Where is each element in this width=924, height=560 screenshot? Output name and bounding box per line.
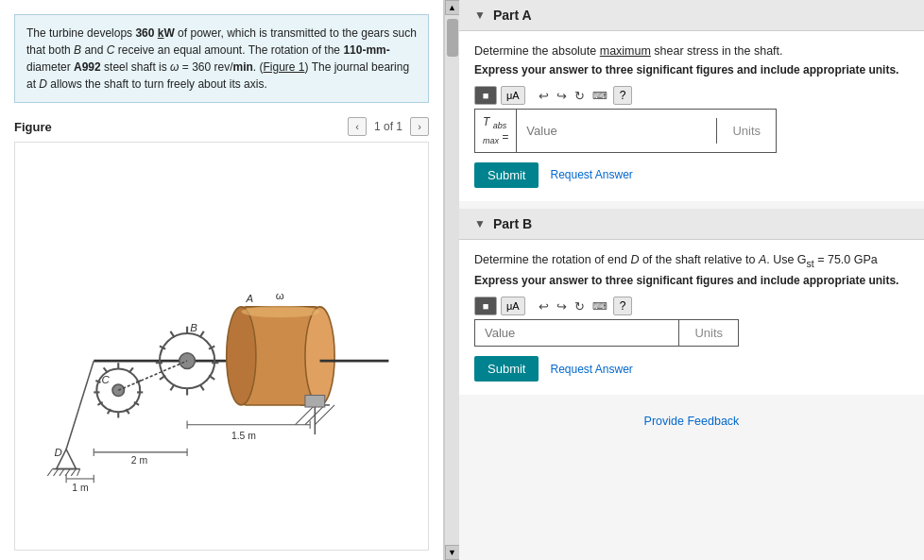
problem-statement: The turbine develops 360 kW of power, wh… [14,14,429,103]
svg-rect-0 [15,189,428,503]
part-a-section: ▼ Part A Determine the absolute maximum … [459,0,924,201]
part-a-toggle[interactable]: ▼ [474,8,486,22]
part-a-answer-row: T absmax = Units [474,109,777,153]
part-b-header: ▼ Part B [459,209,924,240]
part-a-refresh-icon[interactable]: ↻ [573,87,587,105]
part-b-toolbar-btn1[interactable]: ■ [474,297,497,315]
part-b-refresh-icon[interactable]: ↻ [573,297,587,315]
part-a-title: Part A [493,8,532,23]
svg-point-8 [305,307,334,405]
part-b-units-display: Units [679,320,738,346]
part-b-request-answer-link[interactable]: Request Answer [550,363,632,376]
part-a-submit-button[interactable]: Submit [474,162,539,188]
feedback-section: Provide Feedback [459,402,924,443]
left-scrollbar[interactable]: ▲ ▼ [444,0,459,560]
part-a-body: Determine the absolute maximum shear str… [459,31,924,201]
part-b-body: Determine the rotation of end D of the s… [459,240,924,396]
svg-text:A: A [246,293,254,304]
svg-text:1.5 m: 1.5 m [231,431,256,441]
part-b-title: Part B [493,216,532,231]
svg-point-16 [180,353,196,369]
svg-rect-13 [305,396,325,407]
part-b-toolbar: ■ μA ↩ ↪ ↻ ⌨ ? [474,297,909,315]
svg-text:D: D [55,447,62,458]
svg-point-7 [227,307,256,405]
provide-feedback-link[interactable]: Provide Feedback [644,415,740,428]
right-panel: ▼ Part A Determine the absolute maximum … [459,0,924,560]
figure-nav[interactable]: ‹ 1 of 1 › [348,117,429,136]
figure-prev-button[interactable]: ‹ [348,117,367,136]
part-b-action-row: Submit Request Answer [474,356,909,382]
part-b-value-input[interactable] [475,320,679,346]
part-b-instruction: Express your answer to three significant… [474,274,909,287]
part-a-toolbar: ■ μA ↩ ↪ ↻ ⌨ ? [474,86,909,105]
part-b-section: ▼ Part B Determine the rotation of end D… [459,209,924,396]
left-panel: The turbine develops 360 kW of power, wh… [0,0,444,560]
part-b-undo-icon[interactable]: ↩ [537,297,551,315]
scroll-up-button[interactable]: ▲ [445,0,460,15]
figure-next-button[interactable]: › [410,117,429,136]
part-b-toggle[interactable]: ▼ [474,217,486,230]
svg-point-9 [241,306,319,317]
figure-label: Figure [14,120,52,134]
svg-text:B: B [190,322,197,333]
svg-text:ω: ω [276,290,284,301]
part-a-header: ▼ Part A [459,0,924,31]
part-a-value-input[interactable] [517,118,717,144]
part-b-toolbar-btn2[interactable]: μA [501,297,525,315]
part-b-redo-icon[interactable]: ↪ [555,297,569,315]
scroll-down-button[interactable]: ▼ [445,545,460,560]
part-a-undo-icon[interactable]: ↩ [537,87,551,105]
figure-page: 1 of 1 [374,120,402,133]
part-a-redo-icon[interactable]: ↪ [555,87,569,105]
part-a-equation-label: T absmax = [475,110,517,152]
part-b-answer-row: Units [474,319,739,347]
part-a-toolbar-btn1[interactable]: ■ [474,86,497,105]
part-a-action-row: Submit Request Answer [474,162,909,188]
part-b-keyboard-icon[interactable]: ⌨ [590,298,609,314]
figure-svg: A ω [15,143,428,550]
figure-area: Figure ‹ 1 of 1 › [0,117,443,560]
part-a-instruction: Express your answer to three significant… [474,63,909,76]
part-b-submit-button[interactable]: Submit [474,356,539,382]
part-a-units-display: Units [717,118,776,144]
part-a-description: Determine the absolute maximum shear str… [474,44,909,58]
part-a-keyboard-icon[interactable]: ⌨ [590,88,609,104]
svg-text:2 m: 2 m [131,455,147,466]
part-a-request-answer-link[interactable]: Request Answer [550,168,632,181]
part-b-description: Determine the rotation of end D of the s… [474,253,909,269]
part-a-toolbar-btn2[interactable]: μA [501,86,525,105]
svg-text:1 m: 1 m [72,483,88,493]
figure-canvas: A ω [14,142,429,551]
figure-header: Figure ‹ 1 of 1 › [14,117,429,136]
scroll-thumb[interactable] [447,19,458,57]
part-b-help-button[interactable]: ? [613,297,633,315]
part-a-help-button[interactable]: ? [613,86,633,105]
svg-point-31 [112,384,124,396]
svg-text:C: C [102,374,111,385]
